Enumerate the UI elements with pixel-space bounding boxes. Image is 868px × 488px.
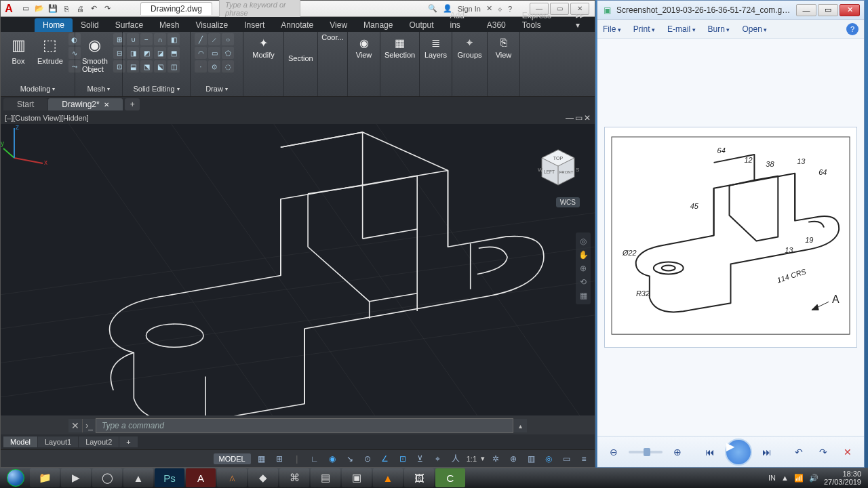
tab-a360[interactable]: A360: [479, 18, 514, 32]
taskbar-vlc2[interactable]: ▲: [123, 468, 153, 487]
taskbar-vlc[interactable]: ▲: [373, 468, 403, 487]
line-icon[interactable]: ╱: [195, 33, 207, 45]
taskbar-camtasia[interactable]: C: [435, 468, 465, 487]
snap-icon[interactable]: ⊞: [273, 452, 286, 466]
3dosnap-icon[interactable]: ∠: [378, 452, 392, 466]
se8-icon[interactable]: ⬕: [154, 60, 166, 73]
taskbar-app1[interactable]: ◆: [248, 468, 278, 487]
panel-modeling[interactable]: Modeling: [5, 83, 71, 95]
slideshow-icon[interactable]: ▶: [725, 439, 752, 466]
isolate-icon[interactable]: ◎: [542, 452, 555, 466]
menu-burn[interactable]: Burn: [708, 24, 730, 34]
tab-home[interactable]: Home: [35, 18, 73, 32]
se5-icon[interactable]: ⬒: [167, 47, 180, 59]
nav-wheel-icon[interactable]: ◎: [580, 237, 587, 246]
taskbar-app4[interactable]: ▣: [342, 468, 372, 487]
vp-minimize-icon[interactable]: —: [566, 113, 574, 123]
customize-icon[interactable]: ≡: [577, 452, 591, 466]
selection-button[interactable]: ▦Selection: [382, 33, 418, 60]
autocad-logo[interactable]: A: [1, 1, 17, 17]
zoom-in-icon[interactable]: ⊕: [668, 443, 687, 462]
ortho-icon[interactable]: ∟: [308, 452, 321, 466]
isodraft-icon[interactable]: ↘: [343, 452, 357, 466]
arc-icon[interactable]: ◠: [195, 47, 207, 59]
taskbar-chrome[interactable]: ◯: [92, 468, 122, 487]
extrude-button[interactable]: ⬚Extrude: [35, 33, 66, 66]
menu-file[interactable]: File: [603, 24, 621, 34]
tab-annotate[interactable]: Annotate: [273, 18, 321, 32]
taskbar-explorer[interactable]: 📁: [30, 468, 60, 487]
d1-icon[interactable]: ∙: [195, 60, 207, 73]
drawing-canvas[interactable]: TOP LEFT FRONT W S WCS ◎ ✋ ⊕ ⟲ ▦ x y z: [1, 124, 595, 415]
cmd-history-icon[interactable]: ▴: [513, 419, 527, 432]
subtract-icon[interactable]: −: [140, 33, 153, 45]
tab-drawing2[interactable]: Drawing2* ✕: [48, 98, 123, 110]
taskbar-app3[interactable]: ▤: [311, 468, 340, 487]
menu-open[interactable]: Open: [742, 24, 767, 34]
vp-maximize-icon[interactable]: ▭: [575, 113, 583, 123]
nav-pan-icon[interactable]: ✋: [578, 250, 589, 260]
cleanscreen-icon[interactable]: ▭: [559, 452, 573, 466]
view2-button[interactable]: ⎘View: [493, 33, 515, 60]
smooth-object-button[interactable]: ◉Smooth Object: [79, 33, 111, 75]
se6-icon[interactable]: ⬓: [127, 60, 139, 73]
union-icon[interactable]: ∪: [127, 33, 139, 45]
plot-icon[interactable]: 🖨: [74, 3, 86, 15]
otrack-icon[interactable]: ⊡: [396, 452, 410, 466]
cmd-expand-icon[interactable]: ›_: [82, 419, 96, 432]
taskbar-media[interactable]: ▶: [61, 468, 91, 487]
layout-add[interactable]: +: [119, 436, 137, 447]
layout-1[interactable]: Layout1: [38, 436, 78, 447]
tab-addins[interactable]: Add-ins: [441, 9, 478, 32]
circle-icon[interactable]: ○: [222, 33, 234, 45]
cmd-close-icon[interactable]: ✕: [68, 419, 82, 432]
layout-model[interactable]: Model: [3, 436, 37, 447]
menu-email[interactable]: E-mail: [667, 24, 696, 34]
viewer-close[interactable]: ✕: [840, 4, 860, 16]
layout-2[interactable]: Layout2: [79, 436, 119, 447]
panel-solid-editing[interactable]: Solid Editing: [127, 83, 186, 95]
lwt-icon[interactable]: 人: [449, 452, 462, 466]
help-icon[interactable]: ?: [508, 5, 512, 13]
tray-volume-icon[interactable]: 🔊: [809, 474, 818, 483]
zoom-out-icon[interactable]: ⊖: [604, 443, 623, 462]
tab-visualize[interactable]: Visualize: [187, 18, 236, 32]
se7-icon[interactable]: ⬔: [140, 60, 153, 73]
tab-insert[interactable]: Insert: [236, 18, 273, 32]
dynucs-icon[interactable]: ⊻: [414, 452, 427, 466]
modify-button[interactable]: ✦Modify: [250, 33, 277, 60]
next-icon[interactable]: ⏭: [757, 443, 776, 462]
viewer-body[interactable]: 64 12 38 13 64 Ø22 45 R32 114 CRS 13 19 …: [597, 39, 864, 436]
box-button[interactable]: ▥Box: [5, 33, 32, 66]
panel-draw[interactable]: Draw: [195, 83, 239, 95]
saveas-icon[interactable]: ⎘: [60, 3, 73, 15]
a360-icon[interactable]: ⟐: [498, 5, 502, 13]
undo-icon[interactable]: ↶: [87, 3, 100, 15]
nav-orbit-icon[interactable]: ⟲: [580, 277, 587, 287]
taskbar-photoviewer[interactable]: 🖼: [404, 468, 434, 487]
taskbar-autocad[interactable]: A: [186, 468, 216, 487]
viewer-minimize[interactable]: —: [796, 4, 816, 16]
open-icon[interactable]: 📂: [33, 3, 45, 15]
vp-close-icon[interactable]: ✕: [584, 113, 591, 123]
tray-lang[interactable]: IN: [768, 474, 776, 482]
coordinates-button[interactable]: Coor...: [321, 33, 343, 41]
tray-clock[interactable]: 18:3027/03/2019: [824, 470, 861, 486]
save-icon[interactable]: 💾: [47, 3, 59, 15]
polar-icon[interactable]: ◉: [326, 452, 339, 466]
tab-overflow[interactable]: ▸▸ ▾: [568, 9, 595, 32]
tray-flag-icon[interactable]: ▲: [781, 474, 789, 482]
tab-solid[interactable]: Solid: [73, 18, 107, 32]
d3-icon[interactable]: ◌: [222, 60, 234, 73]
tray-network-icon[interactable]: 📶: [794, 474, 804, 483]
wcs-badge[interactable]: WCS: [556, 197, 580, 207]
tab-output[interactable]: Output: [401, 18, 441, 32]
viewer-help-icon[interactable]: ?: [846, 23, 859, 35]
polyline-icon[interactable]: ⟋: [208, 33, 220, 45]
zoom-slider[interactable]: [629, 451, 663, 453]
tab-view[interactable]: View: [321, 18, 355, 32]
add-tab-button[interactable]: +: [125, 98, 140, 110]
se2-icon[interactable]: ◨: [127, 47, 139, 59]
section-button[interactable]: Section: [288, 54, 313, 62]
se1-icon[interactable]: ◧: [167, 33, 180, 45]
